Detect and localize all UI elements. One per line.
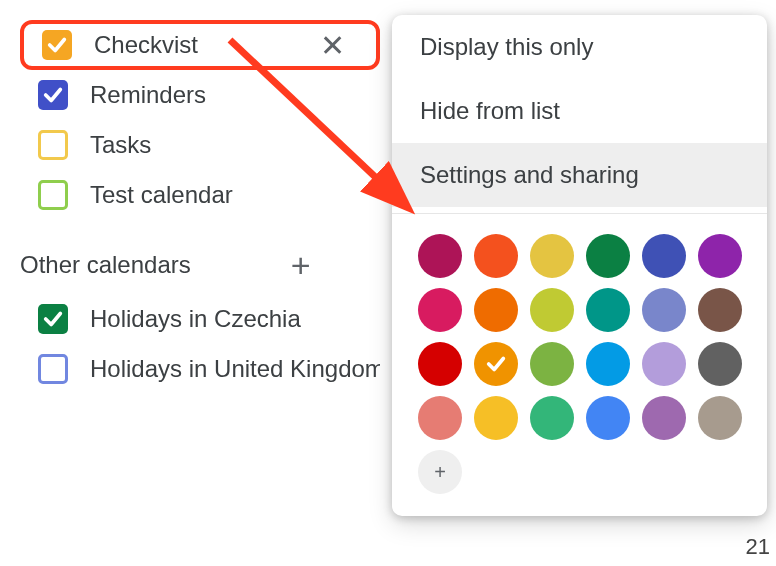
menu-item[interactable]: Display this only [392,15,767,79]
calendar-options-popover: Display this onlyHide from listSettings … [392,15,767,516]
color-swatch[interactable] [586,288,630,332]
other-calendars-list: Holidays in CzechiaHolidays in United Ki… [20,294,380,394]
calendar-row[interactable]: Reminders [20,70,380,120]
other-calendars-header: Other calendars + [20,248,380,282]
popover-menu: Display this onlyHide from listSettings … [392,15,767,207]
add-other-calendar-icon[interactable]: + [291,248,311,282]
color-swatches: + [392,234,767,494]
color-swatch[interactable] [642,288,686,332]
calendar-checkbox[interactable] [38,80,68,110]
calendar-label: Holidays in Czechia [90,305,301,333]
color-swatch[interactable] [530,342,574,386]
calendar-checkbox[interactable] [38,180,68,210]
color-swatch[interactable] [698,396,742,440]
color-swatch[interactable] [698,288,742,332]
color-swatch[interactable] [642,342,686,386]
calendar-row[interactable]: Test calendar [20,170,380,220]
add-color-icon[interactable]: + [418,450,462,494]
color-swatch[interactable] [530,234,574,278]
calendar-row[interactable]: Tasks [20,120,380,170]
color-swatch[interactable] [418,342,462,386]
calendar-checkbox[interactable] [38,304,68,334]
calendar-label: Reminders [90,81,206,109]
color-swatch[interactable] [474,288,518,332]
color-swatch[interactable] [530,396,574,440]
close-icon[interactable]: ✕ [320,28,345,63]
menu-item[interactable]: Settings and sharing [392,143,767,207]
calendar-row[interactable]: Holidays in United Kingdom [20,344,380,394]
calendar-checkbox[interactable] [38,130,68,160]
calendar-label: Holidays in United Kingdom [90,355,380,383]
color-swatch[interactable] [474,396,518,440]
calendar-label: Tasks [90,131,151,159]
other-calendars-title: Other calendars [20,251,191,279]
calendar-label: Test calendar [90,181,233,209]
divider [392,213,767,214]
calendar-checkbox[interactable] [38,354,68,384]
color-swatch[interactable] [698,342,742,386]
color-swatch[interactable] [586,342,630,386]
menu-item[interactable]: Hide from list [392,79,767,143]
color-swatch[interactable] [474,342,518,386]
calendar-checkbox[interactable] [42,30,72,60]
color-swatch[interactable] [586,234,630,278]
color-swatch[interactable] [642,234,686,278]
color-swatch[interactable] [698,234,742,278]
color-swatch[interactable] [418,288,462,332]
color-swatch[interactable] [418,234,462,278]
calendar-row[interactable]: Holidays in Czechia [20,294,380,344]
color-swatch[interactable] [530,288,574,332]
sidebar: CheckvistRemindersTasksTest calendar Oth… [20,20,380,394]
color-swatch[interactable] [474,234,518,278]
color-swatch[interactable] [586,396,630,440]
corner-number: 21 [746,534,770,560]
calendar-label: Checkvist [94,31,198,59]
color-swatch[interactable] [642,396,686,440]
color-swatch[interactable] [418,396,462,440]
